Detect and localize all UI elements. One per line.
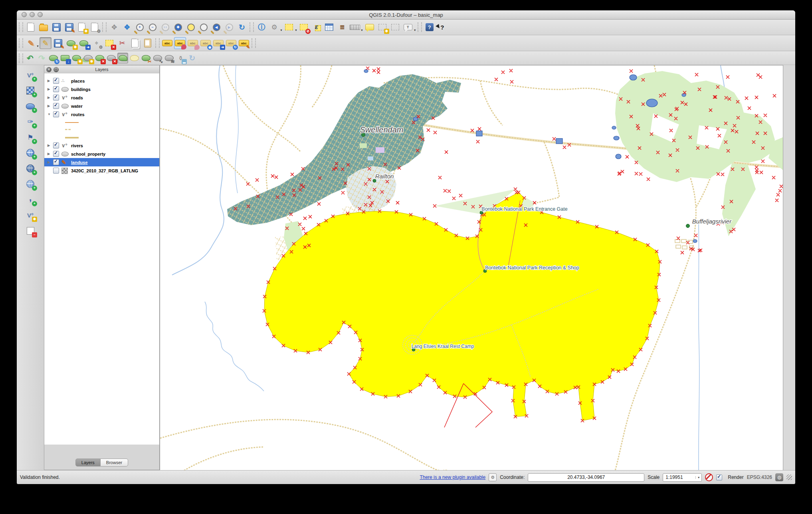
add-ring-button[interactable]: ✱ [71, 53, 82, 63]
layer-checkbox[interactable] [53, 95, 59, 101]
zoom-next-button[interactable]: ▶ [223, 21, 235, 33]
show-hide-pinned-labels-button[interactable]: abc [187, 37, 199, 49]
add-vector-layer-button[interactable]: V°+ [24, 69, 36, 81]
toolbar-handle[interactable] [252, 38, 256, 48]
save-project-button[interactable] [50, 21, 62, 33]
map-canvas[interactable]: Swellendam Railton Bontebok National Par… [160, 65, 783, 471]
close-button[interactable] [22, 12, 27, 17]
zoom-button[interactable] [38, 12, 43, 17]
zoom-in-button[interactable]: + [134, 21, 146, 33]
new-print-composer-button[interactable]: ✱ [76, 21, 88, 33]
expand-arrow-icon[interactable]: ▶ [48, 96, 53, 99]
add-wms-layer-button[interactable]: + [24, 147, 36, 159]
dropdown-caret-icon[interactable]: ▼ [295, 29, 297, 32]
field-calculator-button[interactable]: ≣ [336, 21, 348, 33]
run-feature-action-button[interactable]: ⚙ [268, 21, 280, 33]
layer-checkbox[interactable] [53, 142, 59, 148]
toolbar-handle[interactable] [250, 22, 254, 32]
zoom-to-selection-button[interactable] [185, 21, 197, 33]
measure-button[interactable] [349, 21, 361, 33]
layer-checkbox[interactable] [53, 78, 59, 84]
identify-features-button[interactable]: ⓘ [255, 21, 267, 33]
help-contents-button[interactable]: ? [424, 21, 436, 33]
layer-row-buildings[interactable]: ▶ buildings [44, 85, 159, 93]
title-bar[interactable]: QGIS 2.0.1-Dufour – basic_map [17, 10, 795, 20]
paste-features-button[interactable] [142, 37, 154, 49]
layer-row-routes[interactable]: ▼ ∨° routes [44, 110, 159, 119]
select-features-button[interactable] [283, 21, 295, 33]
crs-status-icon[interactable]: ◍ [775, 473, 783, 481]
new-shapefile-layer-button[interactable]: V°✱ [24, 209, 36, 221]
rotate-point-symbols-button[interactable]: ↻ [187, 53, 198, 63]
scale-combobox[interactable]: 1:19951▼ [663, 473, 702, 482]
resize-grip[interactable] [786, 474, 792, 480]
pin-unpin-labels-button[interactable]: abc [174, 37, 186, 49]
plugin-available-link[interactable]: There is a new plugin available [420, 474, 485, 480]
tab-browser[interactable]: Browser [101, 459, 128, 467]
add-part-button[interactable]: ✱ [83, 53, 93, 63]
expand-arrow-icon[interactable]: ▶ [48, 87, 53, 91]
dropdown-caret-icon[interactable]: ▼ [414, 29, 416, 32]
zoom-to-layer-button[interactable] [198, 21, 210, 33]
delete-selected-button[interactable]: ✕ [103, 37, 115, 49]
expand-arrow-icon[interactable]: ▶ [48, 79, 53, 83]
redo-button[interactable]: ↷ [36, 53, 47, 63]
show-hide-labels-button[interactable]: abc◉ [200, 37, 212, 49]
whats-this-button[interactable]: ? [436, 21, 448, 33]
toolbar-handle[interactable] [102, 22, 107, 32]
expand-arrow-icon[interactable]: ▶ [48, 152, 53, 156]
toolbar-handle[interactable] [418, 22, 422, 32]
render-checkbox[interactable] [716, 474, 722, 480]
toolbar-handle[interactable] [19, 53, 23, 63]
toolbar-handle[interactable] [19, 22, 23, 32]
add-delimited-text-layer-button[interactable]: ,+ [24, 194, 36, 206]
open-project-button[interactable] [38, 21, 50, 33]
plugin-icon[interactable]: ⚙ [489, 473, 497, 481]
dropdown-caret-icon[interactable]: ▼ [36, 45, 39, 47]
panel-float-icon[interactable]: ❐ [53, 67, 59, 72]
collapse-arrow-icon[interactable]: ▼ [48, 113, 53, 116]
offset-curve-button[interactable] [129, 53, 140, 63]
text-annotation-button[interactable]: T [402, 21, 414, 33]
add-raster-layer-button[interactable]: + [24, 85, 36, 97]
layer-checkbox[interactable] [53, 86, 59, 92]
panel-close-icon[interactable]: ✕ [46, 67, 51, 72]
add-feature-button[interactable]: ✱ [65, 37, 77, 49]
open-attribute-table-button[interactable] [323, 21, 335, 33]
new-project-button[interactable] [25, 21, 37, 33]
toolbar-handle[interactable] [155, 38, 160, 48]
dropdown-caret-icon[interactable]: ▼ [280, 29, 283, 32]
split-parts-button[interactable]: ∿ [152, 53, 163, 63]
copy-features-button[interactable] [129, 37, 141, 49]
rotate-label-button[interactable]: abc↻ [225, 37, 237, 49]
pan-to-selection-button[interactable]: ✥ [121, 21, 133, 33]
add-wfs-layer-button[interactable]: + [24, 178, 36, 190]
minimize-button[interactable] [30, 12, 35, 17]
change-label-properties-button[interactable]: abc✎ [238, 37, 250, 49]
layer-row-roads[interactable]: ▶ ∨° roads [44, 93, 159, 102]
dropdown-caret-icon[interactable]: ▼ [360, 29, 363, 32]
node-tool-button[interactable]: ⌖⚙ [91, 37, 103, 49]
simplify-feature-button[interactable]: ↓ [59, 53, 70, 63]
layers-panel-titlebar[interactable]: ✕ ❐ Layers [44, 65, 159, 74]
layer-row-places[interactable]: ▶ ∴ places [44, 77, 159, 85]
layer-row-school-property[interactable]: ▶ school_property [44, 150, 159, 158]
refresh-button[interactable]: ↻ [236, 21, 248, 33]
layer-row-raster[interactable]: ▶ 3420C_2010_327_RGB_LATLNG [44, 166, 159, 175]
toolbar-handle[interactable] [19, 38, 23, 48]
select-by-expression-button[interactable]: ε [311, 21, 323, 33]
layer-row-landuse[interactable]: ▶ ✎ landuse [44, 158, 159, 166]
show-bookmarks-button[interactable] [389, 21, 401, 33]
map-tips-button[interactable] [364, 21, 376, 33]
pan-map-button[interactable]: ✥ [108, 21, 120, 33]
merge-selected-features-button[interactable]: ≋ [164, 53, 174, 63]
layer-checkbox[interactable] [53, 103, 59, 109]
composer-manager-button[interactable]: ⚙ [89, 21, 101, 33]
layer-checkbox[interactable] [53, 159, 59, 165]
add-mssql-layer-button[interactable]: ⚑+ [24, 131, 36, 143]
save-project-as-button[interactable]: ✎ [63, 21, 75, 33]
move-label-button[interactable]: abc➜ [212, 37, 224, 49]
expand-arrow-icon[interactable]: ▶ [48, 104, 53, 108]
tab-layers[interactable]: Layers [75, 459, 101, 467]
merge-attributes-button[interactable]: ⚱▂ [175, 53, 186, 63]
